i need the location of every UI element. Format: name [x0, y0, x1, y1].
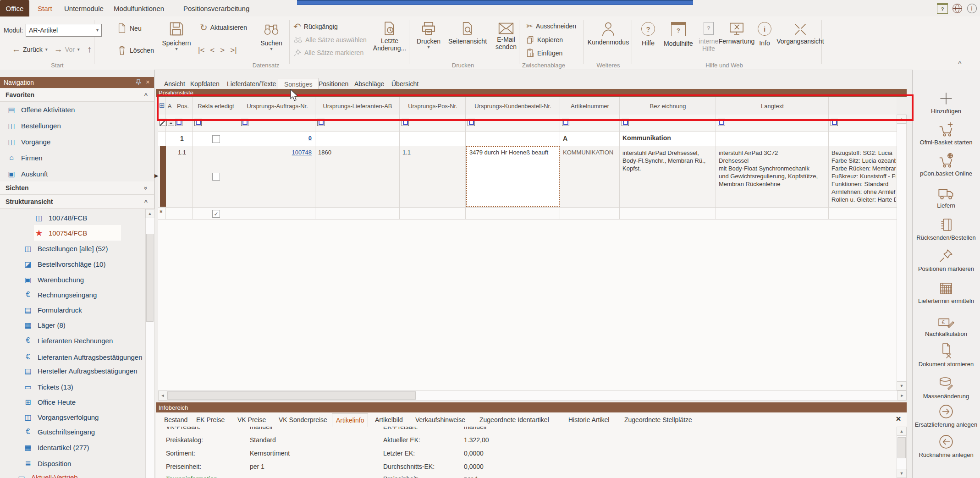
nav-item-lieferanten-ab[interactable]: €Lieferanten Auftragsbestätigungen — [23, 349, 151, 365]
scroll-up-button[interactable]: ▲ — [145, 209, 154, 218]
sidebar-button-pcon-basket[interactable]: pCon.basket Online — [913, 148, 980, 177]
sidebar-button-nachkalkulation[interactable]: € Nachkalkulation — [913, 310, 980, 337]
nav-item-auskunft[interactable]: ▣Auskunft — [6, 166, 144, 181]
nav-scrollbar-thumb[interactable] — [146, 234, 154, 322]
modul-dropdown[interactable]: AR-Artikel ▾ — [26, 24, 102, 37]
nav-item-formulardruck[interactable]: ▤Formulardruck — [23, 302, 144, 318]
forward-button[interactable]: Vor — [65, 46, 75, 53]
infobereich-close-icon[interactable]: × — [894, 414, 903, 423]
infotab-zugeordnete-identartikel[interactable]: Zugeordnete Identartikel — [476, 413, 553, 426]
infotab-zugeordnete-stellplaetze[interactable]: Zugeordnete Stellplätze — [621, 413, 696, 426]
nav-item-laeger[interactable]: ▦Läger (8) — [23, 317, 144, 333]
nav-item-vorgaenge[interactable]: ◫Vorgänge — [6, 134, 144, 149]
select-all-button[interactable]: Alle Sätze auswählen — [293, 36, 367, 44]
cell-pos[interactable]: 1 — [173, 135, 191, 142]
sidebar-button-dokument-stornieren[interactable]: Dokument stornieren — [913, 339, 980, 368]
nav-item-office-heute[interactable]: ⊞Office Heute — [23, 394, 144, 410]
menu-start[interactable]: Start — [35, 0, 55, 16]
infotab-vk-preise[interactable]: VK Preise — [234, 413, 270, 426]
first-record-icon[interactable]: |< — [198, 46, 204, 55]
nav-item-disposition[interactable]: ≣Disposition — [23, 456, 144, 471]
cell-pos[interactable]: 1.1 — [173, 149, 191, 156]
sidebar-button-ofml-basket[interactable]: Ofml-Basket starten — [913, 117, 980, 146]
prev-record-icon[interactable]: < — [210, 46, 215, 55]
nav-item-identartikel[interactable]: ▦Identartikel (277) — [23, 440, 144, 455]
cell-langtext[interactable]: interstuhl AirPad 3C72 Drehsessel mit Bo… — [719, 149, 827, 188]
sidebar-button-liefertermin[interactable]: Liefertermin ermitteln — [913, 277, 980, 304]
nav-item-gutschriftseingang[interactable]: €Gutschriftseingang — [23, 424, 144, 440]
customer-mode-button[interactable]: Kundenmodus — [588, 21, 629, 46]
grid-row-new[interactable] — [158, 207, 897, 219]
checkbox-rekla-row1[interactable] — [212, 135, 220, 143]
cell-artikelnummer[interactable]: KOMMUNIKATION — [563, 149, 613, 156]
sidebar-button-positionen-markieren[interactable]: Positionen markieren — [913, 246, 980, 272]
sidebar-button-liefern[interactable]: Liefern — [913, 180, 980, 209]
last-record-icon[interactable]: >| — [230, 46, 237, 55]
nav-section-favoriten[interactable]: Favoriten ^ — [0, 88, 154, 102]
up-icon[interactable]: ↑ — [87, 44, 91, 55]
close-icon[interactable]: × — [146, 78, 150, 86]
infotab-vk-sonderpreise[interactable]: VK Sonderpreise — [275, 413, 331, 426]
last-change-button[interactable]: Letzte Änderung... — [372, 21, 407, 52]
nav-item-aktuell-vertrieb[interactable]: ▭Aktuell-Vertrieb — [17, 469, 138, 478]
cell-pos-nr[interactable]: 1.1 — [402, 149, 411, 156]
scroll-left-button[interactable]: ◄ — [158, 390, 167, 401]
nav-item-100754-fcb[interactable]: ★100754/FCB — [34, 225, 121, 241]
tab-lieferdaten-texte[interactable]: Lieferdaten/Texte — [221, 78, 282, 90]
nav-item-tickets[interactable]: ▭Tickets (13) — [23, 379, 144, 395]
sidebar-button-massenaenderung[interactable]: Massenänderung — [913, 371, 980, 400]
process-view-button[interactable]: Vorgangsansicht — [774, 22, 827, 45]
grid-vscrollbar[interactable] — [897, 115, 907, 390]
nav-item-vorgangsverfolgung[interactable]: ◫Vorgangsverfolgung — [23, 409, 144, 425]
infotab-historie-artikel[interactable]: Historie Artikel — [565, 413, 613, 426]
scroll-right-button[interactable]: ► — [897, 390, 907, 401]
nav-item-offene-aktivitaeten[interactable]: ▤Offene Aktivitäten — [6, 102, 144, 117]
chevron-down-icon[interactable]: ▾ — [45, 47, 48, 52]
hscrollbar-thumb[interactable] — [167, 391, 416, 400]
sidebar-button-ruecksenden[interactable]: Rücksenden/Bestellen — [913, 213, 980, 241]
infotab-verkaufshinweise[interactable]: Verkaufshinweise — [412, 413, 469, 426]
mark-all-button[interactable]: Alle Sätze markieren — [293, 49, 363, 57]
scroll-down-button[interactable]: ▼ — [897, 381, 907, 390]
forward-icon[interactable]: → — [54, 44, 62, 55]
nav-item-hersteller-ab[interactable]: ▤Hersteller Auftragsbestätigungen — [23, 363, 151, 379]
menu-untermodule[interactable]: Untermodule — [61, 0, 106, 16]
save-button[interactable]: Speichern ▾ — [160, 21, 193, 51]
globe-icon[interactable] — [952, 3, 963, 13]
back-button[interactable]: Zurück — [23, 46, 43, 53]
cell-zusatz[interactable]: Bezugstoff: SG2: Lucia Farbe Sitz: Lucia… — [831, 149, 896, 206]
nav-item-firmen[interactable]: ⌂Firmen — [6, 150, 144, 165]
print-button[interactable]: Drucken ▾ — [415, 21, 442, 49]
info-button[interactable]: i Info — [755, 22, 774, 47]
menu-office[interactable]: Office — [0, 0, 29, 16]
cell-bezeichnung[interactable]: Kommunikation — [622, 134, 671, 142]
back-icon[interactable]: ← — [12, 44, 20, 55]
new-button[interactable]: Neu — [117, 23, 142, 34]
tab-kopfdaten[interactable]: Kopfdaten — [184, 78, 226, 90]
refresh-button[interactable]: ↻ Aktualisieren — [200, 23, 247, 32]
link-auftrag-0[interactable]: 0 — [239, 135, 312, 142]
email-button[interactable]: E-Mail senden — [491, 22, 521, 50]
checkbox-rekla-row11[interactable] — [212, 173, 220, 181]
print-preview-button[interactable]: Seitenansicht — [447, 21, 488, 45]
titlebar-info-icon[interactable]: i — [966, 3, 977, 13]
tab-uebersicht[interactable]: Übersicht — [385, 78, 424, 90]
selected-cell-kundenbestell[interactable]: 3479 durch Hr Hoeneß beauft — [466, 146, 560, 207]
cell-bezeichnung[interactable]: interstuhl AirPad Drehsessel, Body-Fl.Sy… — [622, 149, 713, 172]
nav-section-sichten[interactable]: Sichten » — [0, 181, 154, 195]
titlebar-help-icon[interactable]: ? — [937, 3, 948, 13]
pin-icon[interactable] — [136, 79, 141, 86]
remote-support-button[interactable]: Fernwartung — [711, 22, 762, 45]
search-button[interactable]: Suchen ▾ — [258, 21, 285, 51]
infotab-artikelbild[interactable]: Artikelbild — [371, 413, 407, 426]
copy-button[interactable]: Kopieren — [526, 36, 563, 44]
scroll-up-button[interactable]: ▲ — [897, 427, 907, 436]
tab-abschlaege[interactable]: Abschläge — [348, 78, 390, 90]
sidebar-button-ersatzlieferung[interactable]: Ersatzlieferung anlegen — [913, 400, 980, 428]
scroll-down-button[interactable]: ▼ — [897, 469, 907, 478]
cut-button[interactable]: ✂ Ausschneiden — [526, 22, 576, 30]
info-vscrollbar-thumb[interactable] — [897, 437, 906, 458]
delete-button[interactable]: Löschen — [117, 45, 154, 56]
menu-positionsverarbeitung[interactable]: Positionsverarbeitung — [181, 0, 252, 16]
sidebar-button-ruecknahme[interactable]: Rücknahme anlegen — [913, 430, 980, 458]
